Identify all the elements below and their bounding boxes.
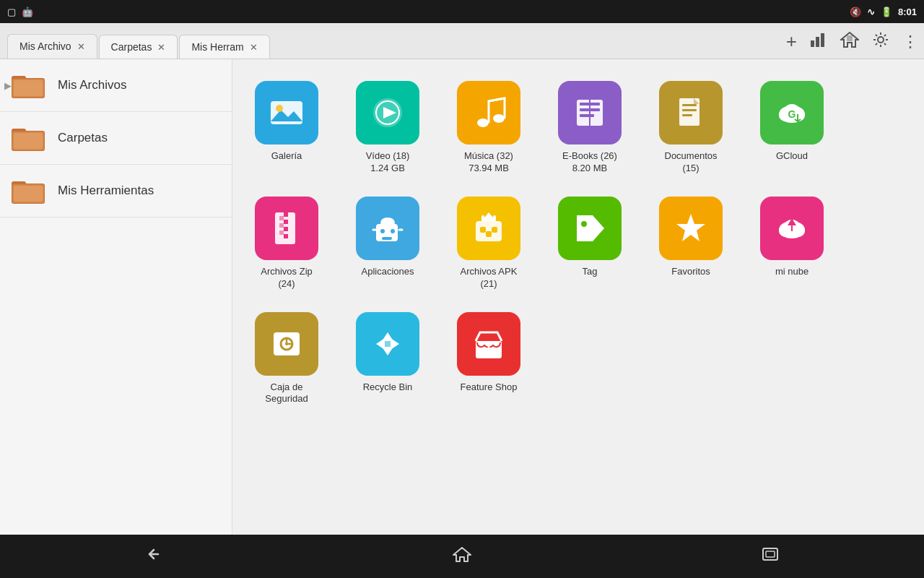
more-button[interactable]: ⋮ — [902, 33, 917, 51]
svg-point-24 — [477, 118, 489, 127]
wifi-icon: ∿ — [867, 7, 875, 17]
folder-icon-mis-archivos — [12, 72, 45, 98]
svg-point-25 — [493, 114, 505, 123]
sidebar-item-mis-archivos[interactable]: ▶ Mis Archivos — [0, 59, 232, 112]
grid-item-caja-seguridad[interactable]: Caja deSeguridad — [240, 305, 334, 413]
app-grid: Galería Vídeo (18)1.24 GB Música (32)73.… — [240, 74, 917, 413]
tab-mis-herram-close[interactable]: ✕ — [250, 42, 258, 53]
svg-rect-17 — [14, 186, 43, 202]
bottom-nav — [0, 535, 924, 578]
musica-icon — [457, 81, 520, 144]
svg-rect-62 — [480, 227, 486, 233]
ebooks-label: E-Books (26)8.20 MB — [562, 150, 617, 175]
recycle-bin-icon — [356, 312, 419, 376]
sidebar-arrow-mis-archivos: ▶ — [4, 80, 12, 91]
svg-rect-33 — [682, 104, 697, 106]
video-label: Vídeo (18)1.24 GB — [366, 150, 410, 175]
home-button[interactable] — [840, 31, 859, 53]
grid-item-musica[interactable]: Música (32)73.94 MB — [442, 74, 536, 182]
tab-mis-herram-label: Mis Herram — [191, 41, 243, 53]
svg-rect-43 — [284, 220, 288, 224]
tag-label: Tag — [583, 266, 598, 278]
tab-carpetas-label: Carpetas — [111, 41, 152, 53]
archivos-apk-icon — [457, 197, 520, 260]
main: ▶ Mis Archivos Carpetas — [0, 59, 924, 535]
svg-rect-0 — [811, 40, 814, 47]
svg-point-76 — [383, 340, 392, 348]
tab-carpetas[interactable]: Carpetas ✕ — [99, 35, 178, 59]
caja-seguridad-label: Caja deSeguridad — [265, 381, 308, 406]
svg-line-26 — [489, 98, 505, 101]
grid-item-archivos-zip[interactable]: Archivos Zip(24) — [240, 189, 334, 298]
svg-point-54 — [391, 229, 395, 233]
tab-mis-archivos[interactable]: Mis Archivo ✕ — [7, 34, 97, 59]
musica-label: Música (32)73.94 MB — [464, 150, 513, 175]
grid-item-favoritos[interactable]: Favoritos — [644, 189, 738, 298]
svg-rect-34 — [682, 109, 697, 111]
svg-rect-52 — [389, 218, 392, 224]
grid-item-documentos[interactable]: Documentos(15) — [644, 74, 738, 182]
grid-item-archivos-apk[interactable]: Archivos APK(21) — [442, 189, 536, 298]
recent-button[interactable] — [731, 538, 809, 574]
grid-item-feature-shop[interactable]: Feature Shop — [442, 305, 536, 413]
svg-point-5 — [878, 37, 884, 43]
svg-rect-35 — [682, 114, 692, 116]
galeria-icon — [255, 81, 318, 144]
grid-item-recycle-bin[interactable]: Recycle Bin — [341, 305, 435, 413]
sidebar-label-carpetas: Carpetas — [58, 131, 108, 145]
settings-button[interactable] — [872, 31, 889, 53]
documentos-icon — [659, 81, 723, 144]
back-button[interactable] — [115, 538, 193, 574]
feature-shop-icon — [457, 312, 520, 376]
tag-icon — [558, 197, 622, 260]
svg-point-65 — [581, 221, 587, 227]
android-icon: 🤖 — [22, 7, 33, 17]
grid-item-gcloud[interactable]: G GCloud — [745, 74, 839, 182]
aplicaciones-icon — [356, 197, 419, 260]
grid-item-ebooks[interactable]: E-Books (26)8.20 MB — [543, 74, 637, 182]
tab-carpetas-close[interactable]: ✕ — [157, 42, 165, 53]
documentos-label: Documentos(15) — [665, 150, 718, 175]
svg-marker-66 — [676, 214, 705, 241]
svg-rect-48 — [279, 230, 284, 235]
screen-icon: ▢ — [7, 7, 16, 17]
svg-rect-47 — [279, 223, 284, 228]
video-icon — [356, 81, 419, 144]
gcloud-label: GCloud — [776, 150, 808, 163]
sidebar: ▶ Mis Archivos Carpetas — [0, 59, 232, 535]
svg-rect-55 — [382, 237, 392, 240]
grid-item-galeria[interactable]: Galería — [240, 74, 334, 182]
home-button[interactable] — [423, 538, 501, 574]
svg-rect-64 — [486, 231, 492, 237]
svg-rect-46 — [279, 216, 284, 220]
svg-text:G: G — [788, 108, 796, 120]
sidebar-item-carpetas[interactable]: Carpetas — [0, 112, 232, 165]
grid-item-mi-nube[interactable]: mi nube — [745, 189, 839, 298]
status-bar: ▢ 🤖 🔇 ∿ 🔋 8:01 — [0, 0, 924, 23]
svg-rect-42 — [284, 212, 288, 217]
tab-mis-herram[interactable]: Mis Herram ✕ — [179, 35, 269, 59]
sidebar-label-mis-herramientas: Mis Herramientas — [58, 184, 154, 198]
recycle-bin-label: Recycle Bin — [363, 381, 413, 394]
feature-shop-label: Feature Shop — [461, 381, 518, 394]
svg-point-75 — [285, 342, 288, 345]
chart-button[interactable] — [810, 32, 827, 52]
caja-seguridad-icon — [255, 312, 318, 376]
svg-point-50 — [380, 217, 395, 228]
grid-item-aplicaciones[interactable]: Aplicaciones — [341, 189, 435, 298]
favoritos-icon — [659, 197, 723, 260]
svg-rect-60 — [481, 215, 484, 221]
svg-rect-4 — [847, 35, 853, 41]
svg-rect-9 — [14, 80, 43, 96]
tab-mis-archivos-close[interactable]: ✕ — [77, 41, 85, 52]
archivos-zip-label: Archivos Zip(24) — [261, 266, 313, 290]
grid-item-tag[interactable]: Tag — [543, 189, 637, 298]
grid-item-video[interactable]: Vídeo (18)1.24 GB — [341, 74, 435, 182]
favoritos-label: Favoritos — [671, 266, 710, 278]
sidebar-item-mis-herramientas[interactable]: Mis Herramientas — [0, 165, 232, 217]
add-button[interactable]: + — [786, 30, 797, 53]
svg-rect-44 — [284, 227, 288, 231]
svg-rect-51 — [383, 218, 386, 224]
svg-point-53 — [380, 229, 385, 233]
svg-rect-45 — [284, 234, 288, 238]
